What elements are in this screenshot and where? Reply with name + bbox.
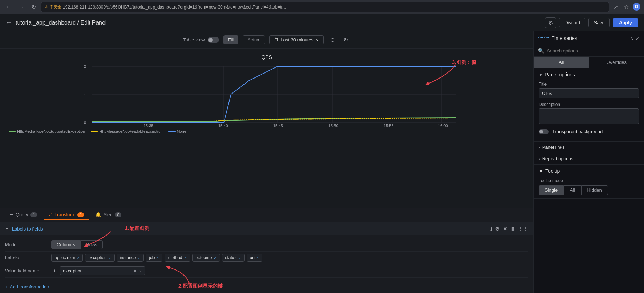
search-bar: 🔍: [534, 45, 644, 57]
table-view-switch[interactable]: [208, 37, 219, 43]
labels-label: Labels: [5, 255, 51, 261]
panel-options-header[interactable]: ▼ Panel options: [539, 72, 639, 77]
tooltip-single-button[interactable]: Single: [539, 185, 564, 195]
transform-tab-label: Transform: [55, 212, 76, 217]
panel-header-expand-button[interactable]: ⤢: [635, 35, 640, 41]
value-field-chevron-button[interactable]: ∨: [139, 268, 142, 273]
tooltip-hidden-button[interactable]: Hidden: [581, 185, 608, 195]
gear-action-icon[interactable]: ⚙: [495, 226, 500, 232]
repeat-options-row[interactable]: › Repeat options: [534, 153, 644, 165]
label-tag-method[interactable]: method ✓: [165, 254, 190, 262]
panel-links-row[interactable]: › Panel links: [534, 142, 644, 153]
discard-button[interactable]: Discard: [559, 18, 585, 27]
value-field-info-icon[interactable]: ℹ: [54, 268, 55, 273]
tooltip-section-title: Tooltip: [545, 168, 560, 174]
legend-label-blue: None: [177, 129, 186, 133]
add-transformation-button[interactable]: + Add transformation: [0, 281, 54, 293]
value-field-clear-button[interactable]: ✕: [133, 268, 137, 273]
labels-container: application ✓ exception ✓ instance ✓ j: [51, 254, 262, 262]
label-tag-uri-text: uri: [250, 255, 255, 260]
description-field-textarea[interactable]: [539, 108, 639, 124]
value-input-wrapper[interactable]: ✕ ∨: [60, 266, 145, 275]
drag-action-icon[interactable]: ⋮⋮: [518, 226, 528, 232]
transparent-bg-toggle[interactable]: [539, 129, 549, 134]
legend-item-green: HttpMediaTypeNotSupportedException: [9, 129, 85, 133]
eye-action-icon[interactable]: 👁: [503, 226, 508, 232]
tooltip-all-button[interactable]: All: [564, 185, 581, 195]
chart-svg: 2 1 0 15:35 15:40: [9, 63, 525, 127]
labels-row: Labels application ✓ exception ✓ instanc…: [5, 252, 528, 264]
time-range-button[interactable]: ⏱ Last 30 minutes ∨: [269, 35, 324, 44]
label-tag-application-check: ✓: [76, 256, 80, 260]
svg-text:15:40: 15:40: [218, 123, 228, 127]
label-tag-application[interactable]: application ✓: [51, 254, 83, 262]
label-tag-exception[interactable]: exception ✓: [85, 254, 114, 262]
browser-profile-avatar[interactable]: D: [633, 3, 640, 11]
time-range-chevron: ∨: [316, 37, 319, 42]
actual-button[interactable]: Actual: [243, 35, 265, 44]
value-field-label-group: Value field name ℹ: [5, 268, 55, 273]
add-transform-label: Add transformation: [10, 284, 49, 289]
all-tab[interactable]: All: [534, 57, 589, 68]
browser-bookmark-button[interactable]: ☆: [622, 3, 630, 11]
tooltip-section: ▼ Tooltip Tooltip mode Single All Hidden: [534, 165, 644, 199]
apply-button[interactable]: Apply: [613, 18, 638, 27]
chart-legend: HttpMediaTypeNotSupportedException HttpM…: [9, 127, 525, 136]
query-tab-label: Query: [16, 212, 28, 217]
delete-action-icon[interactable]: 🗑: [510, 226, 515, 232]
columns-mode-button[interactable]: Columns: [51, 240, 80, 249]
panel-options-chevron: ▼: [539, 72, 543, 77]
label-tag-outcome[interactable]: outcome ✓: [192, 254, 220, 262]
svg-text:2: 2: [84, 64, 86, 69]
svg-text:15:50: 15:50: [328, 123, 338, 127]
browser-share-button[interactable]: ↗: [612, 3, 620, 11]
url-bar[interactable]: ⚠ 不安全 192.168.211.129:3000/d/p56l9HB7z/t…: [41, 2, 609, 12]
zoom-out-button[interactable]: ⊖: [328, 35, 337, 45]
chart-title: QPS: [9, 54, 525, 60]
table-view-toggle: Table view: [183, 37, 219, 43]
info-action-icon[interactable]: ℹ: [490, 226, 492, 232]
label-tag-uri-check: ✓: [256, 256, 259, 260]
label-tag-uri[interactable]: uri ✓: [247, 254, 262, 262]
legend-dot-green: [9, 131, 16, 132]
description-field-group: Description: [539, 102, 639, 125]
save-button[interactable]: Save: [588, 18, 610, 27]
security-warning: ⚠ 不安全: [45, 4, 61, 10]
title-field-label: Title: [539, 82, 639, 87]
search-options-input[interactable]: [547, 48, 640, 54]
label-tag-job[interactable]: job ✓: [146, 254, 162, 262]
settings-button[interactable]: ⚙: [545, 17, 556, 28]
panel-links-title: Panel links: [542, 145, 565, 150]
transform-body: Mode Columns Rows Labels application ✓: [0, 235, 533, 281]
back-button[interactable]: ←: [6, 19, 12, 26]
alert-tab-badge: 0: [115, 212, 121, 217]
tooltip-section-header[interactable]: ▼ Tooltip: [539, 168, 639, 174]
section-chevron: ▼: [5, 226, 9, 231]
label-tag-instance[interactable]: instance ✓: [117, 254, 144, 262]
nav-back-button[interactable]: ←: [4, 2, 14, 12]
header-breadcrumb: tutorial_app_dashboard / Edit Panel: [16, 20, 545, 26]
value-field-input[interactable]: [63, 268, 131, 273]
nav-reload-button[interactable]: ↻: [29, 2, 38, 12]
section-title: Labels to fields: [12, 226, 43, 232]
refresh-button[interactable]: ↻: [341, 35, 350, 45]
section-actions: ℹ ⚙ 👁 🗑 ⋮⋮: [490, 226, 528, 232]
alert-tab[interactable]: 🔔 Alert 0: [90, 210, 126, 220]
fill-button[interactable]: Fill: [223, 35, 239, 44]
legend-label-green: HttpMediaTypeNotSupportedException: [17, 129, 85, 133]
transform-tab[interactable]: ⇌ Transform 1: [44, 210, 89, 220]
title-field-group: Title: [539, 82, 639, 98]
label-tag-status[interactable]: status ✓: [222, 254, 245, 262]
panel-options-title: Panel options: [545, 72, 575, 77]
transform-section-header[interactable]: ▼ Labels to fields ℹ ⚙ 👁 🗑 ⋮⋮: [0, 222, 533, 235]
browser-actions: ↗ ☆ D: [612, 3, 640, 11]
title-field-input[interactable]: [539, 88, 639, 98]
label-tag-instance-check: ✓: [137, 256, 140, 260]
panel-header-chevron-button[interactable]: ∨: [630, 35, 634, 41]
label-tag-outcome-text: outcome: [196, 255, 212, 260]
browser-bar: ← → ↻ ⚠ 不安全 192.168.211.129:3000/d/p56l9…: [0, 0, 644, 14]
overrides-tab[interactable]: Overrides: [589, 57, 644, 68]
rows-mode-button[interactable]: Rows: [80, 240, 103, 249]
query-tab[interactable]: ☰ Query 1: [4, 210, 42, 220]
nav-forward-button[interactable]: →: [16, 2, 26, 12]
